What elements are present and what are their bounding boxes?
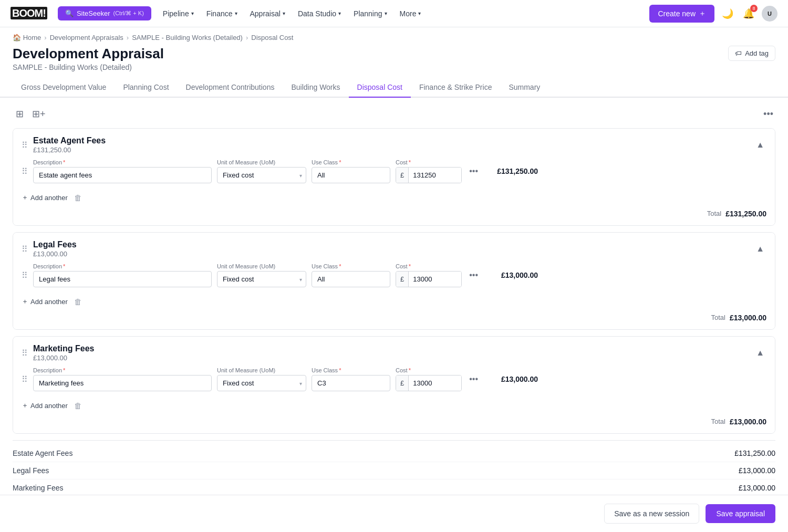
uom-select-marketing-fees[interactable]: Fixed cost Per unit Percentage Per sqm [217, 375, 306, 391]
nav-pipeline[interactable]: Pipeline ▾ [158, 6, 199, 21]
row-more-button[interactable]: ••• [467, 372, 480, 386]
delete-button-legal-fees[interactable]: 🗑 [72, 295, 84, 308]
add-another-button-estate-agent-fees[interactable]: ＋ Add another [22, 191, 68, 204]
section-title-legal-fees: Legal Fees [33, 240, 77, 249]
save-session-button[interactable]: Save as a new session [604, 504, 699, 524]
description-input-estate-agent-fees[interactable] [33, 167, 212, 183]
cost-label: Cost* [396, 159, 462, 165]
cost-input-marketing-fees[interactable] [409, 375, 461, 391]
chevron-down-icon: ▾ [338, 11, 341, 16]
section-header-legal-fees: ⠿ Legal Fees £13,000.00 ▲ [13, 233, 775, 263]
tab-summary[interactable]: Summary [500, 78, 548, 98]
nav-more[interactable]: More ▾ [395, 6, 427, 21]
use-class-input-estate-agent-fees[interactable] [312, 167, 390, 183]
chevron-down-icon: ▾ [283, 11, 285, 16]
collapse-button-marketing-fees[interactable]: ▲ [754, 346, 766, 360]
tab-gross-development-value[interactable]: Gross Development Value [13, 78, 115, 98]
cost-field-legal-fees: £ [396, 271, 462, 287]
row-cost-display: £131,250.00 [485, 167, 538, 175]
cost-input-estate-agent-fees[interactable] [409, 168, 461, 183]
section-subtitle-legal-fees: £13,000.00 [33, 250, 77, 258]
notifications-button[interactable]: 🔔 8 [741, 6, 756, 22]
grid-icon: ⊞ [16, 109, 24, 119]
save-appraisal-button[interactable]: Save appraisal [706, 504, 775, 523]
dark-mode-button[interactable]: 🌙 [720, 6, 735, 22]
moon-icon: 🌙 [722, 8, 733, 19]
section-total-legal-fees: Total £13,000.00 [22, 310, 766, 323]
tab-planning-cost[interactable]: Planning Cost [115, 78, 177, 98]
collapse-button-estate-agent-fees[interactable]: ▲ [754, 138, 766, 152]
tab-disposal-cost[interactable]: Disposal Cost [349, 78, 411, 98]
description-input-legal-fees[interactable] [33, 271, 212, 287]
breadcrumb-dev-appraisals[interactable]: Development Appraisals [50, 34, 123, 41]
cost-field-marketing-fees: £ [396, 375, 462, 391]
tab-building-works[interactable]: Building Works [283, 78, 348, 98]
page-subtitle: SAMPLE - Building Works (Detailed) [13, 63, 164, 71]
main-nav: Pipeline ▾ Finance ▾ Appraisal ▾ Data St… [158, 6, 644, 21]
breadcrumb-current: Disposal Cost [251, 34, 293, 41]
logo: BOOM! [11, 7, 47, 19]
breadcrumb-separator: › [127, 34, 129, 41]
nav-appraisal[interactable]: Appraisal ▾ [245, 6, 291, 21]
breadcrumb-separator: › [246, 34, 248, 41]
table-row: ⠿ Description* Unit of Measure (UoM) Fix… [22, 159, 766, 183]
chevron-down-icon: ▾ [235, 11, 237, 16]
table-row: ⠿ Description* Unit of Measure (UoM) Fix… [22, 367, 766, 391]
page-title: Development Appraisal [13, 46, 164, 62]
section-body-marketing-fees: ⠿ Description* Unit of Measure (UoM) Fix… [13, 367, 775, 433]
row-more-button[interactable]: ••• [467, 268, 480, 282]
row-drag-handle[interactable]: ⠿ [22, 270, 28, 280]
row-cost-display: £13,000.00 [485, 271, 538, 279]
currency-prefix: £ [396, 168, 409, 183]
cost-label: Cost* [396, 367, 462, 373]
cost-label: Cost* [396, 263, 462, 269]
use-class-label: Use Class* [312, 367, 390, 373]
section-more-button[interactable]: ••• [761, 107, 775, 122]
breadcrumb-home[interactable]: 🏠 Home [13, 34, 41, 41]
add-another-button-marketing-fees[interactable]: ＋ Add another [22, 399, 68, 412]
breadcrumb-separator: › [44, 34, 46, 41]
header: BOOM! 🔍 SiteSeeker (Ctrl/⌘ + K) Pipeline… [0, 0, 788, 27]
uom-label: Unit of Measure (UoM) [217, 367, 306, 373]
section-drag-handle[interactable]: ⠿ [22, 140, 28, 150]
add-section-button[interactable]: ⊞+ [29, 106, 49, 122]
add-tag-button[interactable]: 🏷 Add tag [728, 46, 775, 61]
row-drag-handle[interactable]: ⠿ [22, 166, 28, 176]
section-title-marketing-fees: Marketing Fees [33, 344, 94, 353]
breadcrumb-sample[interactable]: SAMPLE - Building Works (Detailed) [132, 34, 243, 41]
section-drag-handle[interactable]: ⠿ [22, 348, 28, 358]
add-another-button-legal-fees[interactable]: ＋ Add another [22, 295, 68, 308]
delete-button-marketing-fees[interactable]: 🗑 [72, 399, 84, 412]
section-total-marketing-fees: Total £13,000.00 [22, 414, 766, 427]
plus-icon: ＋ [699, 9, 706, 18]
delete-button-estate-agent-fees[interactable]: 🗑 [72, 191, 84, 204]
uom-select-estate-agent-fees[interactable]: Fixed cost Per unit Percentage Per sqm [217, 167, 306, 183]
plus-icon: ＋ [22, 297, 28, 306]
tab-finance-strike-price[interactable]: Finance & Strike Price [411, 78, 501, 98]
create-new-button[interactable]: Create new ＋ [649, 5, 714, 23]
section-marketing-fees: ⠿ Marketing Fees £13,000.00 ▲ ⠿ Descript… [13, 336, 775, 434]
cost-input-legal-fees[interactable] [409, 272, 461, 287]
uom-select-legal-fees[interactable]: Fixed cost Per unit Percentage Per sqm [217, 271, 306, 287]
description-label: Description* [33, 367, 212, 373]
user-avatar[interactable]: U [762, 6, 777, 22]
row-drag-handle[interactable]: ⠿ [22, 374, 28, 384]
use-class-input-legal-fees[interactable] [312, 271, 390, 287]
row-more-button[interactable]: ••• [467, 164, 480, 178]
collapse-button-legal-fees[interactable]: ▲ [754, 242, 766, 256]
nav-finance[interactable]: Finance ▾ [201, 6, 243, 21]
use-class-label: Use Class* [312, 159, 390, 165]
breadcrumb: 🏠 Home › Development Appraisals › SAMPLE… [0, 27, 788, 41]
description-input-marketing-fees[interactable] [33, 375, 212, 391]
site-seeker-button[interactable]: 🔍 SiteSeeker (Ctrl/⌘ + K) [58, 6, 151, 20]
section-title-estate-agent-fees: Estate Agent Fees [33, 136, 106, 145]
tab-development-contributions[interactable]: Development Contributions [178, 78, 283, 98]
nav-data-studio[interactable]: Data Studio ▾ [293, 6, 346, 21]
use-class-input-marketing-fees[interactable] [312, 375, 390, 391]
section-drag-handle[interactable]: ⠿ [22, 244, 28, 254]
use-class-label: Use Class* [312, 263, 390, 269]
nav-planning[interactable]: Planning ▾ [348, 6, 392, 21]
grid-view-button[interactable]: ⊞ [13, 106, 27, 122]
section-actions-marketing-fees: ＋ Add another 🗑 [22, 395, 766, 414]
chevron-down-icon: ▾ [418, 11, 421, 16]
